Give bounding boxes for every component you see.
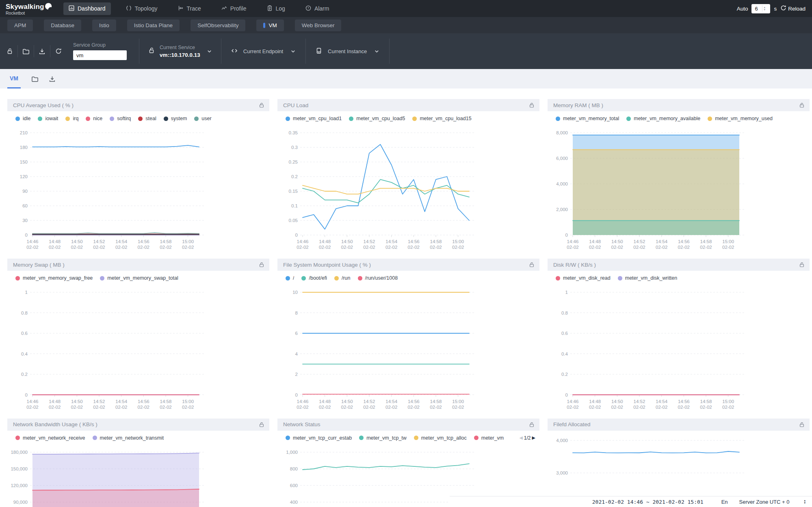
legend-item[interactable]: irq [65, 116, 78, 121]
current-instance-selector[interactable]: Current Instance [306, 39, 390, 64]
legend-item[interactable]: meter_vm_tcp_alloc [414, 435, 467, 441]
legend-item[interactable]: meter_vm_memory_used [708, 116, 773, 121]
legend-item[interactable]: meter_vm_network_receive [15, 435, 85, 441]
current-service-selector[interactable]: Current Service vm::10.170.0.13 [139, 39, 221, 64]
legend-next-icon[interactable]: ▶ [532, 435, 535, 440]
legend-item[interactable]: meter_vm_disk_written [618, 275, 678, 281]
chart-card: Filefd Allocated4,0003,0002,0001,000014:… [548, 419, 810, 507]
legend-item[interactable]: meter_vm_cpu_load15 [412, 116, 471, 121]
nav-item-profile[interactable]: Profile [216, 2, 252, 15]
nav-item-trace[interactable]: Trace [173, 2, 206, 15]
legend-item[interactable]: system [164, 116, 187, 121]
auto-interval-input[interactable] [751, 6, 762, 12]
svg-text:14:52: 14:52 [93, 239, 105, 244]
service-group-input[interactable] [73, 50, 127, 60]
chart-lock-icon[interactable] [799, 422, 805, 427]
legend-label: irq [73, 116, 78, 121]
svg-text:0.1: 0.1 [291, 203, 298, 208]
legend-item[interactable]: / [286, 275, 294, 281]
svg-text:14:54: 14:54 [656, 239, 667, 244]
folder-templates-icon[interactable] [18, 45, 34, 57]
server-zone-selector[interactable]: Server Zone UTC + 0 [739, 499, 790, 505]
dashboard-tab-istio[interactable]: Istio [92, 19, 116, 31]
chart-lock-icon[interactable] [799, 262, 805, 268]
app-logo[interactable]: Skywalking Rocketbot [0, 2, 61, 15]
chart-title: Network Status [283, 421, 320, 427]
chart-plot[interactable]: 10.80.60.40.2014:4602-0214:4802-0214:500… [548, 287, 810, 412]
chart-lock-icon[interactable] [529, 422, 535, 427]
legend-item[interactable]: /run/user/1008 [358, 275, 398, 281]
svg-text:6,000: 6,000 [556, 156, 568, 161]
nav-item-log[interactable]: Log [262, 2, 290, 15]
chart-lock-icon[interactable] [529, 102, 535, 108]
chart-lock-icon[interactable] [259, 262, 264, 268]
current-endpoint-selector[interactable]: Current Endpoint [221, 39, 306, 64]
legend-item[interactable]: idle [15, 116, 30, 121]
legend-item[interactable]: meter_vm_cpu_load5 [349, 116, 405, 121]
legend-dot [100, 276, 104, 280]
page-tab-vm[interactable]: VM [7, 69, 21, 88]
chart-plot[interactable]: 108642014:4602-0214:4802-0214:5002-0214:… [277, 287, 539, 412]
legend-item[interactable]: user [194, 116, 211, 121]
legend-prev-icon[interactable]: ◀ [519, 435, 522, 440]
dashboard-tab-istio-data-plane[interactable]: Istio Data Plane [127, 19, 180, 31]
dashboard-tab-vm[interactable]: VM [256, 19, 284, 31]
legend-item[interactable]: meter_vm_disk_read [556, 275, 611, 281]
refresh-icon[interactable] [50, 45, 67, 57]
chart-lock-icon[interactable] [529, 262, 535, 268]
chart-plot[interactable]: 8,0006,0004,0002,000014:4602-0214:4802-0… [548, 127, 810, 252]
dashboard-tab-web-browser[interactable]: Web Browser [295, 19, 342, 31]
reload-button[interactable]: Reload [780, 5, 806, 12]
nav-item-dashboard[interactable]: Dashboard [63, 2, 111, 15]
chart-header: Network Status [277, 419, 539, 431]
svg-text:14:46: 14:46 [567, 399, 579, 404]
lock-edit-icon[interactable] [2, 45, 18, 57]
legend-item[interactable]: softirq [110, 116, 131, 121]
svg-text:02-02: 02-02 [49, 405, 61, 410]
chart-plot[interactable]: 180,000150,000120,00090,00060,00030,0000… [7, 447, 269, 507]
svg-text:02-02: 02-02 [452, 245, 464, 250]
chart-title: Memory Swap ( MB ) [13, 262, 65, 268]
legend-dot [38, 117, 42, 121]
auto-spinner[interactable]: ▴▾ [762, 5, 767, 12]
legend-item[interactable]: meter_vm_tcp_curr_estab [286, 435, 352, 441]
tab-export-icon[interactable] [49, 69, 56, 88]
legend-item[interactable]: meter_vm_memory_swap_free [15, 275, 93, 281]
chart-plot[interactable]: 10.80.60.40.2014:4602-0214:4802-0214:500… [7, 287, 269, 412]
svg-text:14:46: 14:46 [297, 399, 309, 404]
legend-item[interactable]: meter_vm_network_transmit [93, 435, 164, 441]
legend-item[interactable]: meter_vm_memory_swap_total [100, 275, 178, 281]
svg-text:180,000: 180,000 [11, 450, 28, 455]
svg-text:0: 0 [295, 233, 298, 237]
zone-spinner[interactable]: ▴▾ [801, 499, 809, 504]
import-export-icon[interactable] [34, 45, 50, 57]
chart-lock-icon[interactable] [259, 422, 264, 427]
svg-text:14:50: 14:50 [341, 239, 353, 244]
legend-item[interactable]: meter_vm [474, 435, 504, 441]
legend-dot [138, 117, 143, 121]
legend-item[interactable]: nice [86, 116, 102, 121]
dashboard-tab-database[interactable]: Database [44, 19, 81, 31]
chart-plot[interactable]: 0.350.30.250.20.150.10.05014:4602-0214:4… [277, 127, 539, 252]
chart-lock-icon[interactable] [259, 102, 264, 108]
dashboard-tab-selfobservability[interactable]: SelfObservability [191, 19, 245, 31]
legend-item[interactable]: /boot/efi [301, 275, 327, 281]
legend-item[interactable]: /run [334, 275, 351, 281]
legend-dot [349, 117, 353, 121]
legend-item[interactable]: iowait [38, 116, 58, 121]
chart-plot[interactable]: 210180150120906030014:4602-0214:4802-021… [7, 127, 269, 252]
legend-item[interactable]: meter_vm_cpu_load1 [286, 116, 342, 121]
legend-item[interactable]: meter_vm_memory_total [556, 116, 619, 121]
nav-item-alarm[interactable]: Alarm [300, 2, 335, 15]
dashboard-tab-apm[interactable]: APM [7, 19, 33, 31]
svg-text:4,000: 4,000 [556, 438, 568, 443]
time-range-picker[interactable]: 2021-02-02 14:46 ~ 2021-02-02 15:01 [592, 499, 704, 505]
service-group-field: Service Group [67, 39, 139, 64]
tab-folder-icon[interactable] [31, 69, 38, 88]
language-selector[interactable]: En [721, 499, 728, 505]
legend-item[interactable]: meter_vm_memory_available [626, 116, 700, 121]
chart-lock-icon[interactable] [799, 102, 805, 108]
nav-item-topology[interactable]: Topology [121, 2, 163, 15]
legend-item[interactable]: steal [138, 116, 156, 121]
legend-item[interactable]: meter_vm_tcp_tw [359, 435, 407, 441]
